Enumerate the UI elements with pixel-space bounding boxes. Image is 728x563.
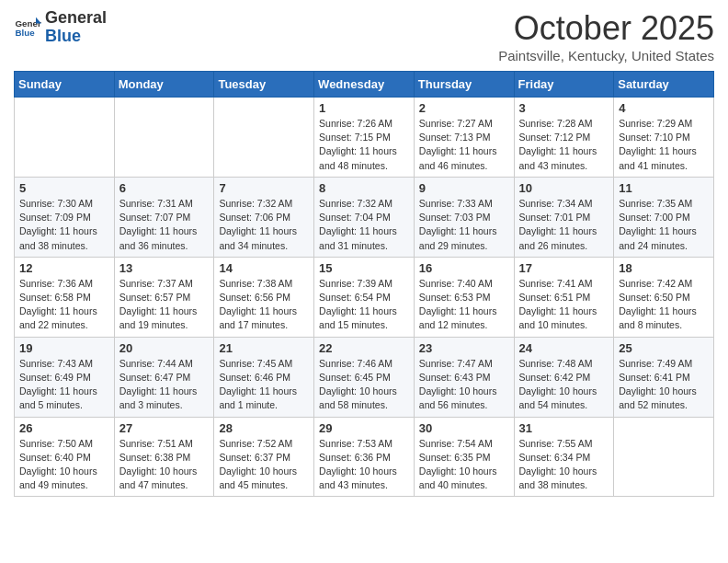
day-info: Sunrise: 7:50 AM Sunset: 6:40 PM Dayligh… bbox=[19, 437, 109, 493]
day-info: Sunrise: 7:29 AM Sunset: 7:10 PM Dayligh… bbox=[619, 117, 709, 173]
week-row-4: 19Sunrise: 7:43 AM Sunset: 6:49 PM Dayli… bbox=[15, 337, 714, 417]
calendar-cell: 10Sunrise: 7:34 AM Sunset: 7:01 PM Dayli… bbox=[514, 177, 614, 257]
calendar-cell: 30Sunrise: 7:54 AM Sunset: 6:35 PM Dayli… bbox=[414, 417, 514, 497]
day-info: Sunrise: 7:49 AM Sunset: 6:41 PM Dayligh… bbox=[619, 357, 709, 413]
svg-text:Blue: Blue bbox=[16, 28, 36, 38]
day-number: 3 bbox=[519, 101, 609, 115]
logo-blue-text: Blue bbox=[45, 28, 107, 46]
day-info: Sunrise: 7:51 AM Sunset: 6:38 PM Dayligh… bbox=[119, 437, 210, 493]
calendar-cell: 28Sunrise: 7:52 AM Sunset: 6:37 PM Dayli… bbox=[214, 417, 314, 497]
day-number: 20 bbox=[119, 341, 210, 355]
day-number: 16 bbox=[419, 261, 509, 275]
calendar-cell: 5Sunrise: 7:30 AM Sunset: 7:09 PM Daylig… bbox=[15, 177, 115, 257]
day-info: Sunrise: 7:54 AM Sunset: 6:35 PM Dayligh… bbox=[419, 437, 509, 493]
day-info: Sunrise: 7:46 AM Sunset: 6:45 PM Dayligh… bbox=[319, 357, 409, 413]
calendar-cell: 23Sunrise: 7:47 AM Sunset: 6:43 PM Dayli… bbox=[414, 337, 514, 417]
week-row-3: 12Sunrise: 7:36 AM Sunset: 6:58 PM Dayli… bbox=[15, 257, 714, 337]
col-header-friday: Friday bbox=[514, 72, 614, 98]
calendar-cell: 16Sunrise: 7:40 AM Sunset: 6:53 PM Dayli… bbox=[414, 257, 514, 337]
day-info: Sunrise: 7:31 AM Sunset: 7:07 PM Dayligh… bbox=[119, 197, 210, 253]
header: General Blue General Blue October 2025 P… bbox=[14, 9, 714, 63]
day-number: 17 bbox=[519, 261, 609, 275]
calendar-cell: 29Sunrise: 7:53 AM Sunset: 6:36 PM Dayli… bbox=[314, 417, 415, 497]
header-row: SundayMondayTuesdayWednesdayThursdayFrid… bbox=[15, 72, 714, 98]
day-info: Sunrise: 7:47 AM Sunset: 6:43 PM Dayligh… bbox=[419, 357, 509, 413]
day-number: 19 bbox=[19, 341, 109, 355]
logo-general-text: General bbox=[45, 9, 107, 28]
day-number: 24 bbox=[519, 341, 609, 355]
day-number: 6 bbox=[119, 181, 210, 195]
day-number: 15 bbox=[319, 261, 409, 275]
day-info: Sunrise: 7:33 AM Sunset: 7:03 PM Dayligh… bbox=[419, 197, 509, 253]
col-header-monday: Monday bbox=[114, 72, 214, 98]
day-info: Sunrise: 7:43 AM Sunset: 6:49 PM Dayligh… bbox=[19, 357, 109, 413]
day-number: 5 bbox=[19, 181, 109, 195]
calendar-cell: 21Sunrise: 7:45 AM Sunset: 6:46 PM Dayli… bbox=[214, 337, 314, 417]
calendar-cell: 27Sunrise: 7:51 AM Sunset: 6:38 PM Dayli… bbox=[114, 417, 214, 497]
col-header-saturday: Saturday bbox=[614, 72, 714, 98]
calendar-cell: 3Sunrise: 7:28 AM Sunset: 7:12 PM Daylig… bbox=[514, 98, 614, 178]
day-info: Sunrise: 7:36 AM Sunset: 6:58 PM Dayligh… bbox=[19, 277, 109, 333]
day-number: 2 bbox=[419, 101, 509, 115]
location: Paintsville, Kentucky, United States bbox=[498, 48, 714, 63]
day-number: 22 bbox=[319, 341, 409, 355]
calendar-cell: 15Sunrise: 7:39 AM Sunset: 6:54 PM Dayli… bbox=[314, 257, 415, 337]
calendar-cell: 14Sunrise: 7:38 AM Sunset: 6:56 PM Dayli… bbox=[214, 257, 314, 337]
day-info: Sunrise: 7:37 AM Sunset: 6:57 PM Dayligh… bbox=[119, 277, 210, 333]
page-container: General Blue General Blue October 2025 P… bbox=[0, 0, 728, 506]
day-number: 14 bbox=[219, 261, 309, 275]
day-number: 31 bbox=[519, 421, 609, 435]
logo-icon: General Blue bbox=[14, 14, 41, 41]
week-row-5: 26Sunrise: 7:50 AM Sunset: 6:40 PM Dayli… bbox=[15, 417, 714, 497]
calendar-cell bbox=[614, 417, 714, 497]
calendar-cell: 12Sunrise: 7:36 AM Sunset: 6:58 PM Dayli… bbox=[15, 257, 115, 337]
calendar-cell: 19Sunrise: 7:43 AM Sunset: 6:49 PM Dayli… bbox=[15, 337, 115, 417]
day-info: Sunrise: 7:42 AM Sunset: 6:50 PM Dayligh… bbox=[619, 277, 709, 333]
day-number: 8 bbox=[319, 181, 409, 195]
day-info: Sunrise: 7:45 AM Sunset: 6:46 PM Dayligh… bbox=[219, 357, 309, 413]
day-info: Sunrise: 7:27 AM Sunset: 7:13 PM Dayligh… bbox=[419, 117, 509, 173]
calendar-cell: 7Sunrise: 7:32 AM Sunset: 7:06 PM Daylig… bbox=[214, 177, 314, 257]
day-number: 7 bbox=[219, 181, 309, 195]
calendar-cell: 26Sunrise: 7:50 AM Sunset: 6:40 PM Dayli… bbox=[15, 417, 115, 497]
title-block: October 2025 Paintsville, Kentucky, Unit… bbox=[498, 9, 714, 63]
col-header-thursday: Thursday bbox=[414, 72, 514, 98]
day-info: Sunrise: 7:35 AM Sunset: 7:00 PM Dayligh… bbox=[619, 197, 709, 253]
calendar-cell: 4Sunrise: 7:29 AM Sunset: 7:10 PM Daylig… bbox=[614, 98, 714, 178]
week-row-1: 1Sunrise: 7:26 AM Sunset: 7:15 PM Daylig… bbox=[15, 98, 714, 178]
calendar-cell: 24Sunrise: 7:48 AM Sunset: 6:42 PM Dayli… bbox=[514, 337, 614, 417]
day-number: 28 bbox=[219, 421, 309, 435]
day-number: 1 bbox=[319, 101, 409, 115]
calendar-table: SundayMondayTuesdayWednesdayThursdayFrid… bbox=[14, 71, 714, 497]
week-row-2: 5Sunrise: 7:30 AM Sunset: 7:09 PM Daylig… bbox=[15, 177, 714, 257]
col-header-wednesday: Wednesday bbox=[314, 72, 415, 98]
calendar-cell bbox=[214, 98, 314, 178]
calendar-cell: 6Sunrise: 7:31 AM Sunset: 7:07 PM Daylig… bbox=[114, 177, 214, 257]
calendar-cell: 20Sunrise: 7:44 AM Sunset: 6:47 PM Dayli… bbox=[114, 337, 214, 417]
day-info: Sunrise: 7:40 AM Sunset: 6:53 PM Dayligh… bbox=[419, 277, 509, 333]
day-number: 25 bbox=[619, 341, 709, 355]
day-info: Sunrise: 7:44 AM Sunset: 6:47 PM Dayligh… bbox=[119, 357, 210, 413]
day-number: 23 bbox=[419, 341, 509, 355]
calendar-cell: 9Sunrise: 7:33 AM Sunset: 7:03 PM Daylig… bbox=[414, 177, 514, 257]
calendar-cell: 1Sunrise: 7:26 AM Sunset: 7:15 PM Daylig… bbox=[314, 98, 415, 178]
calendar-cell: 13Sunrise: 7:37 AM Sunset: 6:57 PM Dayli… bbox=[114, 257, 214, 337]
month-title: October 2025 bbox=[498, 9, 714, 48]
day-number: 9 bbox=[419, 181, 509, 195]
calendar-cell: 11Sunrise: 7:35 AM Sunset: 7:00 PM Dayli… bbox=[614, 177, 714, 257]
day-number: 12 bbox=[19, 261, 109, 275]
calendar-cell: 25Sunrise: 7:49 AM Sunset: 6:41 PM Dayli… bbox=[614, 337, 714, 417]
day-number: 26 bbox=[19, 421, 109, 435]
col-header-sunday: Sunday bbox=[15, 72, 115, 98]
calendar-cell: 22Sunrise: 7:46 AM Sunset: 6:45 PM Dayli… bbox=[314, 337, 415, 417]
day-info: Sunrise: 7:39 AM Sunset: 6:54 PM Dayligh… bbox=[319, 277, 409, 333]
day-number: 18 bbox=[619, 261, 709, 275]
day-info: Sunrise: 7:38 AM Sunset: 6:56 PM Dayligh… bbox=[219, 277, 309, 333]
day-number: 11 bbox=[619, 181, 709, 195]
day-info: Sunrise: 7:26 AM Sunset: 7:15 PM Dayligh… bbox=[319, 117, 409, 173]
day-number: 21 bbox=[219, 341, 309, 355]
calendar-cell bbox=[15, 98, 115, 178]
day-number: 27 bbox=[119, 421, 210, 435]
day-info: Sunrise: 7:32 AM Sunset: 7:06 PM Dayligh… bbox=[219, 197, 309, 253]
day-info: Sunrise: 7:41 AM Sunset: 6:51 PM Dayligh… bbox=[519, 277, 609, 333]
